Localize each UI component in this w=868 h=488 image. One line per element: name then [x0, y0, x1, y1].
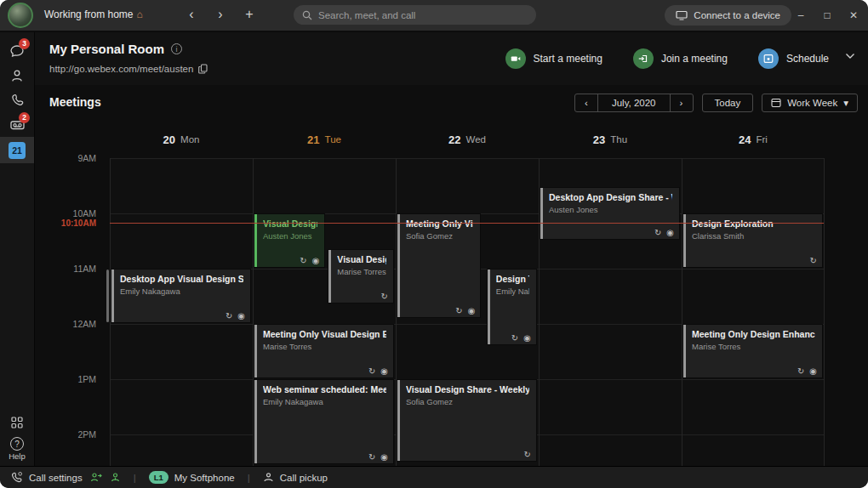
- day-name: Wed: [466, 134, 486, 145]
- copy-icon[interactable]: [198, 64, 208, 74]
- recurrence-icon: ↻: [654, 228, 661, 237]
- day-header: 23Thu: [539, 121, 682, 158]
- call-settings-button[interactable]: Call settings: [10, 471, 83, 484]
- join-meeting-label: Join a meeting: [661, 53, 728, 65]
- event-icons: ↻◉: [368, 452, 388, 462]
- view-label: Work Week: [787, 98, 837, 108]
- remote-desk-icon[interactable]: [110, 472, 121, 483]
- title-bar: Working from home⌂ ‹ › + Search, meet, a…: [0, 0, 868, 31]
- sidebar-item-messaging[interactable]: 3: [0, 38, 34, 63]
- event-organizer: Marise Torres: [263, 342, 386, 351]
- day-number: 23: [593, 133, 605, 146]
- help-label: Help: [9, 451, 26, 461]
- help-icon: ?: [10, 437, 24, 451]
- event-title: Meeting Only Design Enhancement: [692, 329, 815, 339]
- prev-month-button[interactable]: ‹: [575, 94, 597, 111]
- calendar-event[interactable]: Design ThingEmily Nakagawa↻◉: [488, 270, 536, 344]
- event-title: Visual Design Share - Weekly: [406, 384, 529, 394]
- softphone-badge: L1: [149, 471, 168, 484]
- join-meeting-button[interactable]: Join a meeting: [633, 48, 728, 69]
- event-title: Visual Design Sha: [337, 254, 386, 264]
- view-calendar-icon: [771, 98, 781, 108]
- calendar-area: 9AM10AM11AM12AM1PM2PM10:10AM Desktop App…: [35, 158, 868, 468]
- event-organizer: Austen Jones: [263, 231, 317, 241]
- webex-icon: ◉: [468, 306, 476, 315]
- info-icon[interactable]: i: [171, 43, 182, 54]
- day-header: 21Tue: [253, 121, 396, 158]
- calendar-event[interactable]: Visual Design ShaMarise Torres↻: [328, 250, 393, 303]
- avatar[interactable]: [8, 3, 33, 28]
- event-icons: ↻◉: [300, 256, 319, 265]
- sidebar-item-contacts[interactable]: [0, 63, 34, 88]
- recurrence-icon: ↻: [226, 311, 232, 321]
- sidebar: 3 2 21 ? Help: [0, 32, 34, 466]
- day-headers: 20Mon21Tue22Wed23Thu24Fri: [110, 121, 825, 158]
- search-input[interactable]: Search, meet, and call: [294, 5, 536, 25]
- close-button[interactable]: ✕: [848, 9, 859, 21]
- time-gutter: 9AM10AM11AM12AM1PM2PM10:10AM: [35, 158, 103, 468]
- personal-room-url: http://go.webex.com/meet/austen: [49, 64, 208, 74]
- webex-icon: ◉: [380, 452, 388, 462]
- calendar-grid[interactable]: Desktop App Visual Design SyncEmily Naka…: [110, 158, 825, 468]
- calendar-event[interactable]: Web seminar scheduled: MeetingEmily Naka…: [254, 380, 393, 463]
- divider: |: [134, 473, 136, 483]
- calendar-event[interactable]: Visual Design Share - WeeklySofia Gomez↻: [397, 380, 536, 461]
- softphone-button[interactable]: L1 My Softphone: [149, 471, 235, 484]
- current-time-line: [110, 223, 824, 224]
- today-button[interactable]: Today: [702, 94, 754, 112]
- chevron-down-icon[interactable]: [845, 53, 855, 60]
- camera-icon: [505, 48, 526, 69]
- status-label: Working from home: [44, 9, 133, 20]
- call-pickup-button[interactable]: Call pickup: [263, 472, 328, 483]
- recurrence-icon: ↻: [511, 333, 518, 343]
- sidebar-bottom: ? Help: [0, 416, 34, 461]
- event-organizer: Emily Nakagawa: [263, 397, 386, 406]
- forward-button[interactable]: ›: [211, 4, 230, 25]
- event-icons: ↻: [381, 292, 388, 301]
- view-select[interactable]: Work Week ▾: [762, 94, 858, 112]
- home-icon: ⌂: [136, 9, 142, 20]
- calendar-event[interactable]: Meeting Only Visual Design ExploratMaris…: [254, 325, 393, 377]
- calendar-event[interactable]: Meeting Only Design EnhancementMarise To…: [683, 325, 822, 377]
- start-meeting-button[interactable]: Start a meeting: [505, 48, 602, 69]
- day-header: 22Wed: [396, 121, 539, 158]
- next-month-button[interactable]: ›: [671, 94, 693, 111]
- search-placeholder: Search, meet, and call: [318, 10, 415, 20]
- meetings-toolbar: Meetings ‹ July, 2020 › Today Work Week …: [35, 85, 868, 121]
- calendar-event[interactable]: Desktop App Visual Design SyncEmily Naka…: [111, 270, 250, 322]
- help-button[interactable]: ? Help: [9, 437, 26, 461]
- connect-to-device-button[interactable]: Connect to a device: [665, 5, 791, 26]
- maximize-button[interactable]: □: [821, 9, 833, 21]
- device-icon: [676, 10, 688, 20]
- month-label[interactable]: July, 2020: [597, 94, 671, 111]
- status-text[interactable]: Working from home⌂: [44, 9, 143, 20]
- call-forward-icon[interactable]: [90, 472, 102, 483]
- day-number: 24: [739, 133, 751, 146]
- schedule-button[interactable]: Schedule: [758, 48, 829, 69]
- new-tab-button[interactable]: +: [240, 4, 259, 25]
- time-label: 2PM: [77, 429, 96, 440]
- sidebar-item-voicemail[interactable]: 2: [0, 112, 34, 137]
- join-icon: [633, 48, 654, 69]
- nav-group: ‹ › +: [182, 4, 259, 25]
- personal-room-header: My Personal Room i http://go.webex.com/m…: [35, 32, 868, 85]
- room-url-text[interactable]: http://go.webex.com/meet/austen: [49, 64, 193, 74]
- schedule-label: Schedule: [786, 53, 829, 65]
- page-title: My Personal Room i: [49, 42, 182, 56]
- sidebar-item-meetings[interactable]: 21: [0, 137, 34, 163]
- webex-icon: ◉: [312, 256, 320, 265]
- calendar-event[interactable]: Desktop App Design Share - WeeklyAusten …: [540, 188, 679, 239]
- call-settings-label: Call settings: [29, 473, 83, 483]
- calendar-event[interactable]: Meeting Only Visual ESofia Gomez↻◉: [397, 214, 480, 317]
- sidebar-item-calls[interactable]: [0, 88, 34, 112]
- minimize-button[interactable]: –: [795, 9, 807, 21]
- event-organizer: Sofia Gomez: [406, 231, 473, 241]
- recurrence-icon: ↻: [524, 450, 531, 459]
- scrollbar-thumb[interactable]: [106, 270, 109, 322]
- time-label: 1PM: [77, 374, 96, 384]
- divider: |: [248, 473, 250, 483]
- back-button[interactable]: ‹: [182, 4, 201, 25]
- event-organizer: Emily Nakagawa: [120, 287, 243, 296]
- day-name: Thu: [610, 134, 627, 145]
- apps-grid-icon[interactable]: [10, 416, 24, 429]
